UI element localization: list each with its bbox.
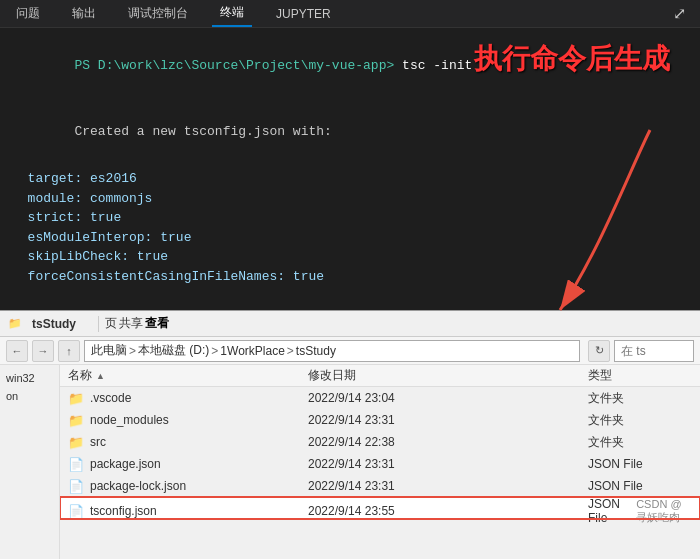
terminal-blank-1 [12,95,688,103]
file-list-header: 名称 ▲ 修改日期 类型 [60,365,700,387]
file-name: package.json [90,457,161,471]
file-type-col: 文件夹 [580,434,700,451]
file-type-col: JSON File CSDN @寻妖吃肉 [580,497,700,525]
file-row[interactable]: 📄 package.json 2022/9/14 23:31 JSON File [60,453,700,475]
explorer-toolbar: 📁 tsStudy 页 共享 查看 [0,311,700,337]
file-row[interactable]: 📁 src 2022/9/14 22:38 文件夹 [60,431,700,453]
explorer-body: win32 on 名称 ▲ 修改日期 类型 📁 [0,365,700,559]
file-name-col: 📁 node_modules [60,412,300,428]
json-icon: 📄 [68,503,84,519]
sort-arrow: ▲ [96,371,105,381]
folder-icon: 📁 [68,434,84,450]
file-type-col: JSON File [580,457,700,471]
terminal-blank-3 [12,286,688,294]
terminal-actions: ⤢ [667,4,692,23]
terminal-config-1: target: es2016 [12,169,688,189]
file-date-col: 2022/9/14 23:55 [300,504,580,518]
file-name: package-lock.json [90,479,186,493]
tab-problems[interactable]: 问题 [8,0,48,27]
sidebar-item-on[interactable]: on [0,387,59,405]
explorer-title: tsStudy [32,317,76,331]
terminal-tab-bar: 问题 输出 调试控制台 终端 JUPYTER ⤢ [0,0,700,28]
file-name: tsconfig.json [90,504,157,518]
sidebar-item-win32[interactable]: win32 [0,369,59,387]
breadcrumb-back[interactable]: ← [6,340,28,362]
terminal-config-2: module: commonjs [12,189,688,209]
terminal-maximize-icon[interactable]: ⤢ [667,4,692,23]
folder-icon-small: 📁 [8,317,22,330]
toolbar-page[interactable]: 页 [105,315,117,332]
file-type-col: 文件夹 [580,390,700,407]
breadcrumb-refresh[interactable]: ↻ [588,340,610,362]
terminal-content: PS D:\work\lzc\Source\Project\my-vue-app… [0,28,700,310]
header-date: 修改日期 [300,367,580,384]
explorer-section: 📁 tsStudy 页 共享 查看 ← → ↑ 此电脑 > 本地磁盘 (D:) … [0,310,700,559]
terminal-config-4: esModuleInterop: true [12,228,688,248]
folder-icon: 📁 [68,390,84,406]
file-name-col: 📁 src [60,434,300,450]
toolbar-divider [98,316,99,332]
file-date-col: 2022/9/14 22:38 [300,435,580,449]
file-name-col: 📄 package.json [60,456,300,472]
file-date-col: 2022/9/14 23:31 [300,479,580,493]
breadcrumb-drive: 本地磁盘 (D:) [138,342,209,359]
breadcrumb-up[interactable]: ↑ [58,340,80,362]
file-row[interactable]: 📁 node_modules 2022/9/14 23:31 文件夹 [60,409,700,431]
breadcrumb-workplace: 1WorkPlace [220,344,284,358]
tab-jupyter[interactable]: JUPYTER [268,0,339,27]
tab-terminal[interactable]: 终端 [212,0,252,27]
file-name-col: 📄 tsconfig.json [60,503,300,519]
terminal-config-5: skipLibCheck: true [12,247,688,267]
terminal-blank-2 [12,161,688,169]
file-name: .vscode [90,391,131,405]
tab-output[interactable]: 输出 [64,0,104,27]
terminal-prompt: PS D:\work\lzc\Source\Project\my-vue-app… [74,58,402,73]
terminal-section: 问题 输出 调试控制台 终端 JUPYTER ⤢ PS D:\work\lzc\… [0,0,700,310]
json-icon: 📄 [68,456,84,472]
tab-debug-console[interactable]: 调试控制台 [120,0,196,27]
header-type: 类型 [580,367,700,384]
json-icon: 📄 [68,478,84,494]
file-date-col: 2022/9/14 23:31 [300,413,580,427]
terminal-created-line: Created a new tsconfig.json with: [12,103,688,162]
file-name: node_modules [90,413,169,427]
terminal-config-6: forceConsistentCasingInFileNames: true [12,267,688,287]
breadcrumb-bar: ← → ↑ 此电脑 > 本地磁盘 (D:) > 1WorkPlace > tsS… [0,337,700,365]
breadcrumb-actions: ↻ [588,340,694,362]
file-type-col: JSON File [580,479,700,493]
breadcrumb-computer: 此电脑 [91,342,127,359]
file-type-col: 文件夹 [580,412,700,429]
terminal-line-1: PS D:\work\lzc\Source\Project\my-vue-app… [12,36,688,95]
file-name-col: 📄 package-lock.json [60,478,300,494]
search-input[interactable] [614,340,694,362]
file-row-tsconfig[interactable]: 📄 tsconfig.json 2022/9/14 23:55 JSON Fil… [60,497,700,519]
file-row[interactable]: 📁 .vscode 2022/9/14 23:04 文件夹 [60,387,700,409]
file-date-col: 2022/9/14 23:04 [300,391,580,405]
file-date-col: 2022/9/14 23:31 [300,457,580,471]
csdn-watermark: CSDN @寻妖吃肉 [636,498,692,525]
toolbar-share[interactable]: 共享 [119,315,143,332]
terminal-config-3: strict: true [12,208,688,228]
breadcrumb-path[interactable]: 此电脑 > 本地磁盘 (D:) > 1WorkPlace > tsStudy [84,340,580,362]
file-name-col: 📁 .vscode [60,390,300,406]
terminal-command: tsc -init [402,58,472,73]
header-name: 名称 ▲ [60,367,300,384]
breadcrumb-tsstudy: tsStudy [296,344,336,358]
file-row[interactable]: 📄 package-lock.json 2022/9/14 23:31 JSON… [60,475,700,497]
toolbar-view[interactable]: 查看 [145,315,169,332]
sidebar-nav: win32 on [0,365,60,559]
folder-icon: 📁 [68,412,84,428]
file-list-container: 名称 ▲ 修改日期 类型 📁 .vscode 2022/9/14 23:04 文… [60,365,700,559]
terminal-learn-line: You can learn more at https://aka.ms/tsc… [12,294,688,310]
breadcrumb-forward[interactable]: → [32,340,54,362]
file-name: src [90,435,106,449]
